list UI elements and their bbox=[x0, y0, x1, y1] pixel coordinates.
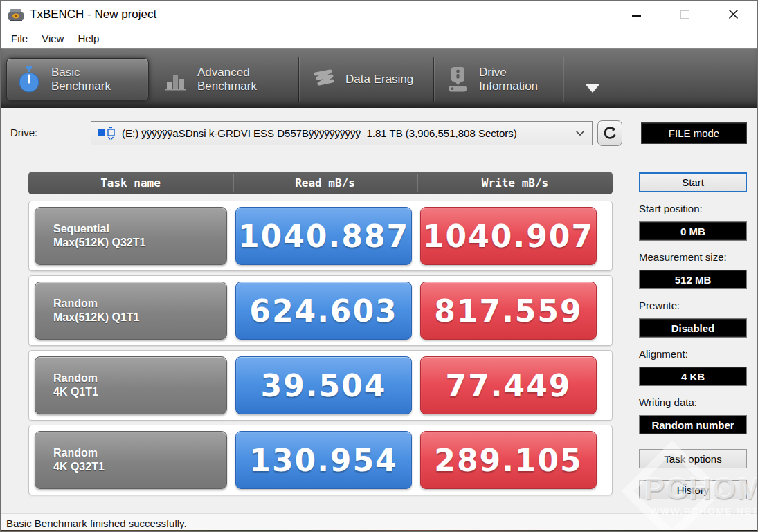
close-icon bbox=[728, 9, 739, 19]
header-task-name: Task name bbox=[28, 172, 233, 194]
benchmark-row-random-4k-q32t1: Random 4K Q32T1 130.954 289.105 bbox=[28, 425, 613, 495]
toolbar-separator bbox=[433, 57, 434, 102]
tab-data-erasing[interactable]: Data Erasing bbox=[301, 58, 431, 101]
alignment-label: Alignment: bbox=[639, 348, 747, 360]
read-value-button[interactable]: 130.954 bbox=[235, 431, 412, 489]
benchmark-row-random-512k-q1t1: Random Max(512K) Q1T1 624.603 817.559 bbox=[28, 275, 613, 346]
drive-select[interactable]: (E:) ÿÿÿÿÿÿaSDnsi k-GRDVI ESS D557Bÿÿÿÿÿ… bbox=[91, 121, 593, 145]
erase-zigzag-icon bbox=[311, 68, 336, 91]
write-value-button[interactable]: 817.559 bbox=[420, 282, 597, 340]
maximize-button[interactable] bbox=[660, 1, 709, 28]
read-value-button[interactable]: 624.603 bbox=[235, 282, 412, 340]
menu-file[interactable]: File bbox=[4, 30, 35, 47]
drive-label: Drive: bbox=[10, 127, 37, 138]
start-position-value[interactable]: 0 MB bbox=[639, 221, 747, 241]
task-line1: Sequential bbox=[53, 222, 109, 236]
refresh-icon bbox=[602, 125, 618, 141]
writing-data-label: Writing data: bbox=[639, 396, 747, 409]
bar-chart-icon bbox=[164, 67, 188, 92]
status-message: Basic Benchmark finished successfully. bbox=[6, 517, 187, 529]
minimize-icon bbox=[632, 15, 641, 17]
task-line1: Random bbox=[53, 297, 98, 311]
close-button[interactable] bbox=[709, 1, 757, 28]
task-line2: Max(512K) Q32T1 bbox=[53, 236, 145, 250]
alignment-value[interactable]: 4 KB bbox=[639, 367, 747, 386]
main-content: Drive: (E:) ÿÿÿÿÿÿaSDnsi k-GRDVI ESS D55… bbox=[1, 108, 757, 513]
history-button[interactable]: History bbox=[639, 480, 747, 499]
drive-selected-text: (E:) ÿÿÿÿÿÿaSDnsi k-GRDVI ESS D557Bÿÿÿÿÿ… bbox=[122, 127, 571, 139]
tab-advanced-benchmark[interactable]: Advanced Benchmark bbox=[154, 58, 293, 101]
prewrite-value[interactable]: Disabled bbox=[639, 318, 747, 338]
writing-data-value[interactable]: Random number bbox=[639, 415, 747, 434]
task-line1: Random bbox=[53, 446, 98, 460]
benchmark-row-random-4k-q1t1: Random 4K Q1T1 39.504 77.449 bbox=[28, 350, 613, 421]
measurement-size-label: Measurement size: bbox=[639, 251, 747, 264]
maximize-icon bbox=[680, 10, 689, 19]
menu-view[interactable]: View bbox=[35, 30, 71, 47]
task-button[interactable]: Random Max(512K) Q1T1 bbox=[35, 282, 227, 340]
read-value-button[interactable]: 39.504 bbox=[235, 356, 412, 414]
tab-label-line2: Information bbox=[479, 80, 538, 93]
read-value-button[interactable]: 1040.887 bbox=[235, 207, 412, 265]
task-button[interactable]: Random 4K Q1T1 bbox=[35, 356, 227, 414]
statusbar-separator bbox=[415, 515, 415, 531]
refresh-drives-button[interactable] bbox=[597, 120, 622, 146]
task-line2: Max(512K) Q1T1 bbox=[53, 311, 140, 324]
tab-label-line2: Benchmark bbox=[51, 80, 111, 93]
tab-basic-benchmark[interactable]: Basic Benchmark bbox=[6, 58, 149, 101]
benchmark-table-header: Task name Read mB/s Write mB/s bbox=[28, 172, 613, 194]
write-value-button[interactable]: 77.449 bbox=[420, 356, 597, 414]
desktop-edge bbox=[1, 530, 757, 531]
window-title: TxBENCH - New project bbox=[30, 8, 156, 21]
task-options-button[interactable]: Task options bbox=[639, 449, 747, 468]
start-button[interactable]: Start bbox=[639, 172, 747, 192]
toolbar-separator bbox=[298, 57, 299, 102]
stopwatch-icon bbox=[17, 65, 42, 94]
tab-drive-information[interactable]: Drive Information bbox=[436, 58, 563, 101]
menu-help[interactable]: Help bbox=[71, 30, 106, 47]
drive-info-icon bbox=[446, 66, 469, 93]
statusbar: Basic Benchmark finished successfully. bbox=[1, 513, 757, 532]
header-read: Read mB/s bbox=[233, 172, 417, 194]
toolbar-separator bbox=[563, 57, 563, 102]
app-window: TxBENCH - New project File View Help bbox=[0, 0, 758, 532]
write-value-button[interactable]: 1040.907 bbox=[420, 207, 597, 265]
prewrite-label: Prewrite: bbox=[639, 300, 747, 312]
benchmark-row-sequential-512k-q32t1: Sequential Max(512K) Q32T1 1040.887 1040… bbox=[28, 201, 613, 271]
statusbar-separator bbox=[581, 515, 581, 531]
file-mode-button[interactable]: FILE mode bbox=[641, 122, 747, 144]
app-icon bbox=[7, 7, 25, 22]
menubar: File View Help bbox=[1, 28, 757, 48]
chevron-down-icon bbox=[575, 130, 585, 136]
tab-label-line1: Data Erasing bbox=[345, 73, 413, 86]
window-controls bbox=[612, 1, 757, 28]
toolbar-more-button[interactable] bbox=[581, 77, 604, 98]
tab-label-line1: Advanced bbox=[197, 66, 257, 80]
settings-sidebar: Start Start position: 0 MB Measurement s… bbox=[639, 172, 747, 499]
dropdown-arrow-icon bbox=[585, 84, 600, 93]
task-button[interactable]: Random 4K Q32T1 bbox=[35, 431, 227, 489]
tab-label-line1: Drive bbox=[479, 66, 538, 80]
task-line1: Random bbox=[53, 372, 98, 385]
toolbar: Basic Benchmark Advanced Benchmark bbox=[1, 48, 757, 108]
measurement-size-value[interactable]: 512 MB bbox=[639, 270, 747, 289]
titlebar: TxBENCH - New project bbox=[1, 1, 757, 28]
header-write: Write mB/s bbox=[417, 172, 613, 194]
write-value-button[interactable]: 289.105 bbox=[420, 431, 597, 489]
task-line2: 4K Q1T1 bbox=[53, 385, 98, 399]
task-button[interactable]: Sequential Max(512K) Q32T1 bbox=[35, 207, 227, 265]
minimize-button[interactable] bbox=[612, 1, 660, 28]
start-position-label: Start position: bbox=[639, 203, 747, 215]
drive-icon bbox=[97, 127, 118, 140]
task-line2: 4K Q32T1 bbox=[53, 460, 105, 474]
tab-label-line1: Basic bbox=[51, 66, 111, 80]
tab-label-line2: Benchmark bbox=[197, 80, 257, 93]
